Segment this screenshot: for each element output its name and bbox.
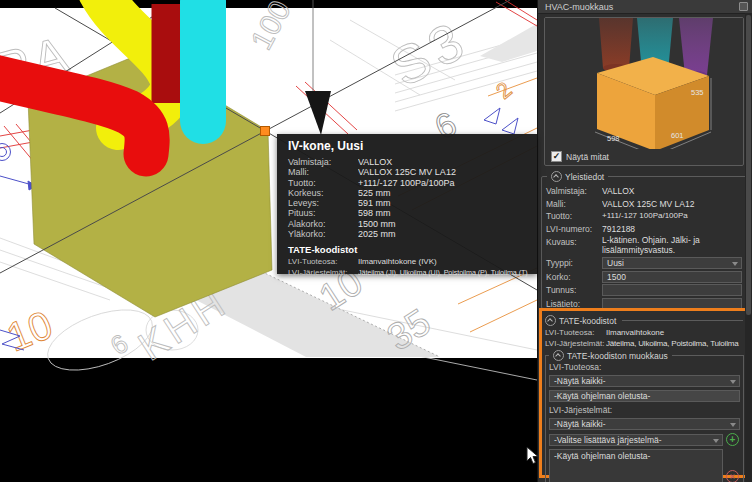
selection-grip[interactable] [261, 127, 270, 136]
chevron-down-icon [730, 423, 736, 427]
tooltip-label: Alakorko: [288, 219, 352, 229]
tooltip-value: 525 mm [358, 188, 537, 198]
preview-duct-red [599, 18, 633, 68]
field-label: Tuotto: [546, 210, 598, 223]
tooltip-section-title: TATE-koodistot [288, 244, 537, 255]
chevron-down-icon [713, 439, 719, 443]
chevron-down-icon [730, 380, 736, 384]
field-label: Malli: [546, 198, 598, 211]
tate-highlight-zone: TATE-koodistot LVI-Tuoteosa:Ilmanvaihtok… [539, 308, 750, 478]
tooltip-value: 598 mm [358, 208, 537, 218]
dim-depth-label: 601 [671, 131, 684, 140]
field-label: Korko: [546, 272, 598, 283]
tooltip-label: Valmistaja: [288, 157, 352, 167]
field-value: VALLOX 125C MV LA12 [602, 198, 742, 211]
field-label: Tyyppi: [546, 258, 598, 269]
preview-groupbox: 535 598 601 ✓ Näytä mitat [544, 17, 744, 166]
field-label: LVI-Tuoteosa: [549, 362, 740, 372]
remove-system-button[interactable]: ✕ [726, 470, 739, 482]
collapse-icon[interactable] [545, 315, 556, 326]
field-label: LVI-Tuoteosa: [545, 328, 602, 339]
type-dropdown[interactable]: Uusi [602, 257, 742, 269]
field-label: Kuvaus: [546, 236, 598, 256]
general-info-groupbox: Yleistiedot Valmistaja:VALLOX Malli:VALL… [541, 176, 747, 309]
field-label: LVI-Järjestelmät: [549, 405, 740, 415]
dim-height-label: 535 [691, 88, 704, 97]
type-value: Uusi [607, 258, 624, 269]
tooltip-value: VALLOX [358, 157, 537, 167]
field-label: Valmistaja: [546, 185, 598, 198]
scrollbar-thumb[interactable] [746, 15, 751, 315]
field-value: Ilmanvaihtokone [606, 328, 745, 339]
tate-legend: TATE-koodistot [559, 316, 616, 326]
collapse-icon[interactable] [553, 350, 564, 361]
hover-tooltip: IV-kone, Uusi Valmistaja:VALLOX Malli:VA… [277, 134, 537, 274]
field-value: Jäteilma, Ulkoilma, Poistoilma, Tuloilma [606, 339, 745, 350]
field-label: LVI-numero: [546, 223, 598, 236]
tooltip-label: Malli: [288, 167, 352, 177]
id-input[interactable] [602, 284, 742, 296]
tooltip-label: Yläkorko: [288, 229, 352, 239]
add-system-dropdown[interactable]: -Valitse lisättävä järjestelmä- [549, 434, 723, 446]
field-label: LVI-Järjestelmät: [545, 339, 602, 350]
elevation-input[interactable] [602, 271, 742, 283]
mouse-cursor [526, 446, 539, 465]
field-value: VALLOX [602, 185, 742, 198]
hvac-edit-panel: HVAC-muokkaus [537, 0, 752, 482]
tooltip-value: 2025 mm [358, 229, 537, 239]
preview-3d-viewport[interactable]: 535 598 601 [545, 18, 743, 149]
tooltip-value: 1500 mm [358, 219, 537, 229]
tooltip-label: Korkeus: [288, 188, 352, 198]
panel-titlebar[interactable]: HVAC-muokkaus [538, 0, 752, 14]
field-value: L-kätinen. Ohjain. Jälki- ja lisälämmity… [602, 236, 722, 256]
button-label: -Käytä ohjelman oletusta- [554, 391, 650, 401]
tooltip-value: Ilmanvaihtokone (IVK) [358, 257, 537, 267]
general-legend: Yleistiedot [565, 172, 604, 182]
tooltip-title: IV-kone, Uusi [288, 139, 537, 153]
tooltip-value: 591 mm [358, 198, 537, 208]
show-dimensions-label: Näytä mitat [566, 152, 609, 162]
pin-icon[interactable] [739, 2, 748, 11]
systems-listbox[interactable]: -Käytä ohjelman oletusta- [549, 449, 723, 482]
show-dimensions-checkbox[interactable]: ✓ [551, 151, 562, 162]
chevron-down-icon [732, 262, 738, 266]
dropdown-value: -Näytä kaikki- [554, 419, 605, 429]
tate-edit-groupbox: TATE-koodiston muokkaus LVI-Tuoteosa: -N… [545, 355, 744, 482]
tooltip-label: Pituus: [288, 208, 352, 218]
panel-scrollbar[interactable] [745, 13, 752, 482]
tooltip-label: Leveys: [288, 198, 352, 208]
add-system-button[interactable]: + [726, 433, 739, 446]
field-label: Tunnus: [546, 285, 598, 296]
systems-filter-dropdown[interactable]: -Näytä kaikki- [549, 418, 740, 430]
field-value: 7912188 [602, 223, 742, 236]
tooltip-label: LVI-Järjestelmät: [288, 268, 354, 278]
tooltip-value: VALLOX 125C MV LA12 [358, 167, 537, 177]
tooltip-label: Tuotto: [288, 178, 352, 188]
product-part-filter-dropdown[interactable]: -Näytä kaikki- [549, 375, 740, 387]
product-part-default-button[interactable]: -Käytä ohjelman oletusta- [549, 390, 740, 402]
dropdown-value: -Valitse lisättävä järjestelmä- [554, 435, 662, 445]
tate-edit-legend: TATE-koodiston muokkaus [567, 351, 668, 361]
panel-title: HVAC-muokkaus [545, 2, 613, 12]
dropdown-value: -Näytä kaikki- [554, 376, 605, 386]
field-value: +111/-127 100Pa/100Pa [602, 210, 742, 223]
tooltip-value: Jäteilma (JI), Ulkoilma (UI), Poistoilma… [358, 268, 537, 278]
tooltip-value: +111/-127 100Pa/100Pa [358, 178, 537, 188]
collapse-icon[interactable] [551, 171, 562, 182]
tooltip-label: LVI-Tuoteosa: [288, 257, 354, 267]
list-item[interactable]: -Käytä ohjelman oletusta- [554, 451, 718, 461]
dim-width-label: 598 [607, 134, 620, 143]
